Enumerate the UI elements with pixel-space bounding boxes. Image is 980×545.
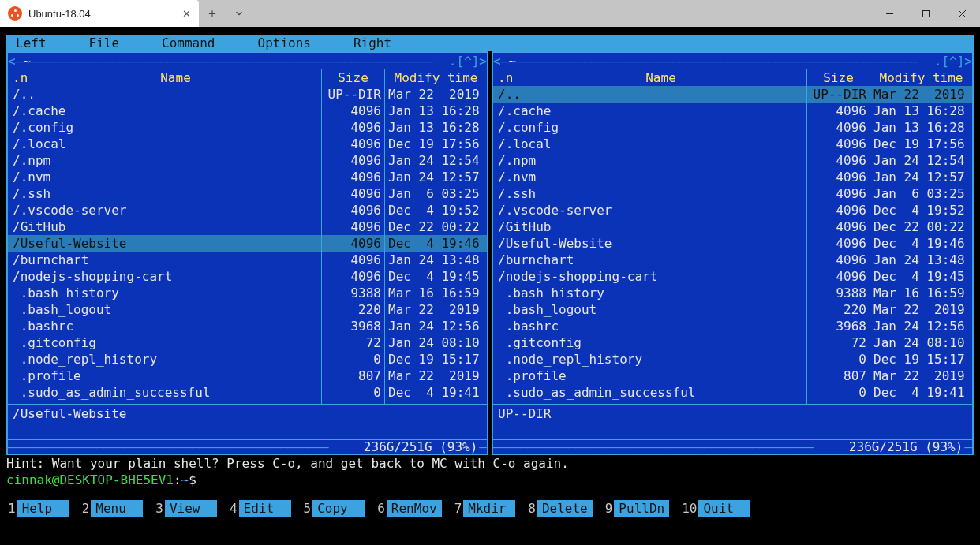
file-row[interactable]: /.local4096Dec 19 17:56 [493, 136, 972, 152]
file-row[interactable]: /.vscode-server4096Dec 4 19:52 [8, 202, 487, 218]
file-row[interactable]: .profile807Mar 22 2019 [8, 368, 487, 384]
file-row[interactable]: /Useful-Website4096Dec 4 19:46 [493, 235, 972, 252]
file-row[interactable]: /GitHub4096Dec 22 00:22 [8, 218, 487, 235]
col-name[interactable]: Name [518, 69, 803, 86]
menu-right[interactable]: Right [353, 35, 391, 51]
file-name-cell: .bash_logout [8, 301, 321, 318]
file-mtime-cell: Jan 13 16:28 [870, 119, 972, 136]
file-row[interactable]: .bashrc3968Jan 24 12:56 [493, 318, 972, 334]
file-row[interactable]: /.config4096Jan 13 16:28 [493, 119, 972, 136]
left-file-list[interactable]: /..UP--DIRMar 22 2019/.cache4096Jan 13 1… [8, 86, 487, 404]
col-name[interactable]: Name [33, 69, 318, 86]
right-panel: <— ~ ———————————————————————————————————… [492, 51, 974, 455]
left-panel-header: <— ~ ———————————————————————————————————… [8, 53, 487, 69]
maximize-icon [922, 9, 930, 18]
file-size-cell: 220 [806, 301, 870, 318]
fnkey-edit[interactable]: 4Edit [228, 500, 291, 517]
right-file-list[interactable]: /..UP--DIRMar 22 2019/.cache4096Jan 13 1… [493, 86, 972, 404]
file-row[interactable]: /..UP--DIRMar 22 2019 [493, 86, 972, 103]
left-disk-usage: 236G/251G (93%) [362, 439, 480, 455]
col-n: .n [13, 69, 33, 86]
panel-arrow-left: <— [8, 53, 23, 69]
file-row[interactable]: /.vscode-server4096Dec 4 19:52 [493, 202, 972, 218]
file-row[interactable]: /burnchart4096Jan 24 13:48 [493, 252, 972, 268]
left-panel: <— ~ ———————————————————————————————————… [6, 51, 488, 455]
file-row[interactable]: /burnchart4096Jan 24 13:48 [8, 252, 487, 268]
prompt-userhost: cinnak@DESKTOP-BHE5EV1 [6, 472, 174, 487]
file-name-cell: .bashrc [493, 318, 806, 334]
file-row[interactable]: .sudo_as_admin_successful0Dec 4 19:41 [8, 384, 487, 401]
file-row[interactable]: /.nvm4096Jan 24 12:57 [493, 169, 972, 185]
fnkey-view[interactable]: 3View [154, 500, 217, 517]
file-row[interactable]: .gitconfig72Jan 24 08:10 [8, 334, 487, 351]
col-size[interactable]: Size [806, 69, 870, 86]
file-size-cell: 4096 [321, 218, 384, 235]
menu-options[interactable]: Options [258, 35, 311, 51]
menu-command[interactable]: Command [162, 35, 215, 51]
terminal-tab[interactable]: Ubuntu-18.04 ✕ [0, 0, 199, 27]
file-row[interactable]: .bash_logout220Mar 22 2019 [8, 301, 487, 318]
fnkey-help[interactable]: 1Help [6, 500, 69, 517]
file-row[interactable]: /.npm4096Jan 24 12:54 [8, 152, 487, 169]
file-row[interactable]: /.ssh4096Jan 6 03:25 [8, 185, 487, 202]
fnkey-pulldn[interactable]: 9PullDn [604, 500, 669, 517]
col-mtime[interactable]: Modify time [870, 69, 972, 86]
file-row[interactable]: .bashrc3968Jan 24 12:56 [8, 318, 487, 334]
file-row[interactable]: /.npm4096Jan 24 12:54 [493, 152, 972, 169]
menu-file[interactable]: File [89, 35, 120, 51]
fnkey-label: Help [17, 500, 69, 517]
file-row[interactable]: /.nvm4096Jan 24 12:57 [8, 169, 487, 185]
file-row[interactable]: /GitHub4096Dec 22 00:22 [493, 218, 972, 235]
shell-prompt[interactable]: cinnak@DESKTOP-BHE5EV1:~$ [6, 472, 974, 488]
col-size[interactable]: Size [321, 69, 384, 86]
fnkey-delete[interactable]: 8Delete [526, 500, 592, 517]
file-row[interactable]: .node_repl_history0Dec 19 15:17 [493, 351, 972, 368]
file-row[interactable]: /.config4096Jan 13 16:28 [8, 119, 487, 136]
window-close-button[interactable] [944, 0, 980, 27]
file-mtime-cell: Mar 22 2019 [870, 86, 972, 103]
terminal-viewport: Left File Command Options Right <— ~ ———… [0, 27, 980, 545]
left-panel-footer: ————————————————————————————————————————… [8, 439, 487, 455]
file-row[interactable]: /.cache4096Jan 13 16:28 [493, 103, 972, 119]
file-name-cell: .node_repl_history [8, 351, 321, 368]
file-mtime-cell: Jan 24 13:48 [870, 252, 972, 268]
file-mtime-cell: Dec 4 19:46 [384, 235, 487, 252]
fnkey-mkdir[interactable]: 7Mkdir [453, 500, 516, 517]
menu-left[interactable]: Left [16, 35, 47, 51]
file-row[interactable]: /.local4096Dec 19 17:56 [8, 136, 487, 152]
file-row[interactable]: .bash_history9388Mar 16 16:59 [8, 285, 487, 301]
file-row[interactable]: /nodejs-shopping-cart4096Dec 4 19:45 [8, 268, 487, 285]
fnkey-quit[interactable]: 10Quit [680, 500, 750, 517]
file-name-cell: /Useful-Website [8, 235, 321, 252]
tab-dropdown-button[interactable] [226, 0, 252, 27]
file-size-cell: 3968 [321, 318, 384, 334]
col-mtime[interactable]: Modify time [384, 69, 487, 86]
window-minimize-button[interactable] [871, 0, 907, 27]
fnkey-number: 9 [604, 500, 615, 517]
file-row[interactable]: .bash_logout220Mar 22 2019 [493, 301, 972, 318]
file-row[interactable]: .gitconfig72Jan 24 08:10 [493, 334, 972, 351]
file-row[interactable]: /.ssh4096Jan 6 03:25 [493, 185, 972, 202]
fnkey-renmov[interactable]: 6RenMov [376, 500, 441, 517]
file-mtime-cell: Mar 22 2019 [384, 86, 487, 103]
new-tab-button[interactable]: ＋ [199, 0, 226, 27]
hint-line: Hint: Want your plain shell? Press C-o, … [6, 455, 974, 472]
fnkey-copy[interactable]: 5Copy [302, 500, 365, 517]
file-row[interactable]: .sudo_as_admin_successful0Dec 4 19:41 [493, 384, 972, 401]
file-row[interactable]: /Useful-Website4096Dec 4 19:46 [8, 235, 487, 252]
file-row[interactable]: /nodejs-shopping-cart4096Dec 4 19:45 [493, 268, 972, 285]
fnkey-menu[interactable]: 2Menu [80, 500, 144, 517]
window-maximize-button[interactable] [907, 0, 944, 27]
file-size-cell: 4096 [806, 202, 870, 218]
panel-caret-icon: .[^]> [449, 53, 487, 69]
file-row[interactable]: .bash_history9388Mar 16 16:59 [493, 285, 972, 301]
file-mtime-cell: Jan 24 08:10 [870, 334, 972, 351]
file-name-cell: .sudo_as_admin_successful [8, 384, 321, 401]
file-row[interactable]: /.cache4096Jan 13 16:28 [8, 103, 487, 119]
close-tab-button[interactable]: ✕ [182, 8, 191, 20]
file-size-cell: 4096 [321, 103, 384, 119]
file-row[interactable]: /..UP--DIRMar 22 2019 [8, 86, 487, 103]
file-mtime-cell: Jan 13 16:28 [870, 103, 972, 119]
file-row[interactable]: .node_repl_history0Dec 19 15:17 [8, 351, 487, 368]
file-row[interactable]: .profile807Mar 22 2019 [493, 368, 972, 384]
